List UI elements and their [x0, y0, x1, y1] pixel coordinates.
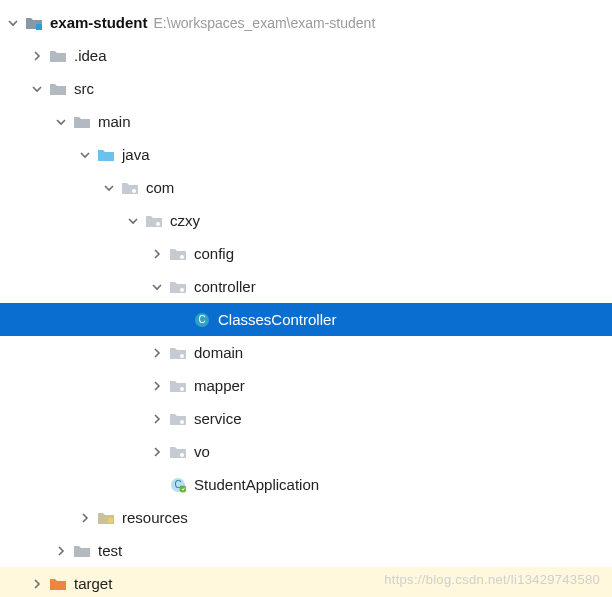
chevron-right-icon[interactable] [148, 245, 166, 263]
chevron-right-icon[interactable] [76, 509, 94, 527]
node-label: StudentApplication [194, 476, 319, 493]
tree-node-target[interactable]: target [0, 567, 612, 597]
folder-icon [48, 47, 68, 65]
package-icon [168, 245, 188, 263]
node-label: .idea [74, 47, 107, 64]
node-label: java [122, 146, 150, 163]
class-icon: C [192, 311, 212, 329]
package-icon [120, 179, 140, 197]
chevron-right-icon[interactable] [148, 443, 166, 461]
package-icon [168, 344, 188, 362]
chevron-right-icon[interactable] [148, 344, 166, 362]
tree-node-domain[interactable]: domain [0, 336, 612, 369]
chevron-down-icon[interactable] [52, 113, 70, 131]
tree-node-resources[interactable]: resources [0, 501, 612, 534]
node-label: service [194, 410, 242, 427]
chevron-right-icon[interactable] [52, 542, 70, 560]
folder-icon [72, 542, 92, 560]
source-folder-icon [96, 146, 116, 164]
package-icon [168, 410, 188, 428]
resources-folder-icon [96, 509, 116, 527]
folder-icon [48, 80, 68, 98]
svg-point-7 [180, 354, 184, 358]
chevron-down-icon[interactable] [100, 179, 118, 197]
svg-point-8 [180, 387, 184, 391]
tree-node-czxy[interactable]: czxy [0, 204, 612, 237]
root-path: E:\workspaces_exam\exam-student [154, 15, 376, 31]
node-label: controller [194, 278, 256, 295]
package-icon [144, 212, 164, 230]
svg-point-1 [132, 189, 136, 193]
tree-node-classes-controller[interactable]: C ClassesController [0, 303, 612, 336]
tree-node-root[interactable]: exam-student E:\workspaces_exam\exam-stu… [0, 6, 612, 39]
node-label: czxy [170, 212, 200, 229]
folder-icon [72, 113, 92, 131]
tree-node-controller[interactable]: controller [0, 270, 612, 303]
chevron-down-icon[interactable] [76, 146, 94, 164]
project-tree: exam-student E:\workspaces_exam\exam-stu… [0, 0, 612, 597]
package-icon [168, 377, 188, 395]
spring-boot-class-icon: C [168, 476, 188, 494]
module-icon [24, 14, 44, 32]
package-icon [168, 443, 188, 461]
tree-node-com[interactable]: com [0, 171, 612, 204]
svg-point-4 [180, 288, 184, 292]
node-label: ClassesController [218, 311, 336, 328]
svg-point-3 [180, 255, 184, 259]
tree-node-mapper[interactable]: mapper [0, 369, 612, 402]
node-label: resources [122, 509, 188, 526]
svg-point-10 [180, 453, 184, 457]
svg-point-2 [156, 222, 160, 226]
chevron-down-icon[interactable] [124, 212, 142, 230]
chevron-right-icon[interactable] [148, 410, 166, 428]
node-label: target [74, 575, 112, 592]
root-name: exam-student [50, 14, 148, 31]
node-label: vo [194, 443, 210, 460]
chevron-down-icon[interactable] [148, 278, 166, 296]
tree-node-student-application[interactable]: C StudentApplication [0, 468, 612, 501]
package-icon [168, 278, 188, 296]
node-label: domain [194, 344, 243, 361]
chevron-down-icon[interactable] [28, 80, 46, 98]
node-label: main [98, 113, 131, 130]
chevron-right-icon[interactable] [28, 47, 46, 65]
tree-node-main[interactable]: main [0, 105, 612, 138]
node-label: test [98, 542, 122, 559]
tree-node-java[interactable]: java [0, 138, 612, 171]
tree-node-vo[interactable]: vo [0, 435, 612, 468]
node-label: src [74, 80, 94, 97]
excluded-folder-icon [48, 575, 68, 593]
svg-text:C: C [198, 314, 205, 325]
svg-point-9 [180, 420, 184, 424]
node-label: config [194, 245, 234, 262]
tree-node-src[interactable]: src [0, 72, 612, 105]
tree-node-idea[interactable]: .idea [0, 39, 612, 72]
tree-node-service[interactable]: service [0, 402, 612, 435]
tree-node-config[interactable]: config [0, 237, 612, 270]
node-label: mapper [194, 377, 245, 394]
node-label: com [146, 179, 174, 196]
tree-node-test[interactable]: test [0, 534, 612, 567]
svg-rect-14 [108, 518, 113, 523]
chevron-down-icon[interactable] [4, 14, 22, 32]
chevron-right-icon[interactable] [148, 377, 166, 395]
svg-rect-0 [36, 24, 42, 30]
chevron-right-icon[interactable] [28, 575, 46, 593]
